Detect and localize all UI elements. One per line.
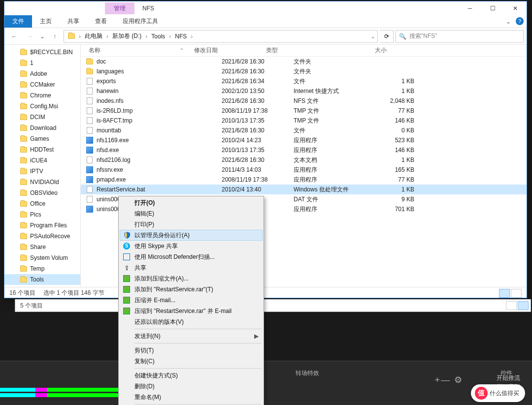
context-menu-item[interactable]: 编辑(E)	[120, 208, 263, 219]
context-menu-item[interactable]: 还原以前的版本(V)	[120, 316, 263, 327]
context-menu-item[interactable]: ⇪共享	[120, 262, 263, 273]
pc-icon[interactable]	[66, 33, 77, 39]
folder-tree[interactable]: $RECYCLE.BIN1AdobeCCMakerChromeConfig.Ms…	[4, 45, 81, 287]
tree-item[interactable]: $RECYCLE.BIN	[4, 47, 80, 58]
bg-add-control[interactable]: +— ⚙	[434, 374, 463, 385]
col-size[interactable]: 大小	[342, 46, 397, 55]
exe-icon	[86, 137, 93, 144]
file-row[interactable]: exports2021/6/28 16:34文件1 KB	[81, 76, 527, 86]
maximize-button[interactable]: ☐	[481, 1, 504, 15]
context-menu-item[interactable]: 剪切(T)	[120, 345, 263, 356]
forward-button[interactable]: →	[23, 30, 37, 43]
tree-item[interactable]: Office	[4, 198, 80, 209]
folder-icon	[86, 59, 93, 64]
view-large-button[interactable]	[518, 301, 529, 310]
context-menu-item[interactable]: 打开(O)	[120, 197, 263, 208]
view-large-button[interactable]	[511, 289, 522, 298]
path-dropdown-icon[interactable]: ⌄	[370, 33, 375, 40]
tab-view[interactable]: 查看	[87, 15, 115, 28]
tree-item[interactable]: PSAutoRecove	[4, 231, 80, 242]
crumb-1[interactable]: 新加卷 (D:)	[110, 32, 143, 40]
folder-icon	[20, 50, 27, 55]
file-menu[interactable]: 文件	[4, 15, 32, 28]
ribbon-collapse-icon[interactable]: ⌄	[506, 18, 511, 25]
context-menu-item[interactable]: 创建快捷方式(S)	[120, 370, 263, 381]
context-menu-item[interactable]: 添加到 "RestartService.rar"(T)	[120, 284, 263, 295]
tree-item[interactable]: Download	[4, 123, 80, 133]
context-menu-item[interactable]: S使用 Skype 共享	[120, 241, 263, 251]
tree-item[interactable]: Tools	[4, 274, 80, 285]
context-menu-item[interactable]: 删除(D)	[120, 381, 263, 392]
file-row[interactable]: hanewin2002/1/20 13:50Internet 快捷方式1 KB	[81, 86, 527, 96]
context-menu[interactable]: 打开(O)编辑(E)打印(P)以管理员身份运行(A)S使用 Skype 共享使用…	[118, 196, 264, 405]
file-row[interactable]: nfsd.exe2010/1/13 17:35应用程序146 KB	[81, 145, 527, 155]
up-button[interactable]: ↑	[48, 30, 62, 43]
tree-item[interactable]: HDDTest	[4, 144, 80, 155]
folder-icon	[20, 223, 27, 228]
view-details-button[interactable]	[499, 289, 510, 298]
context-menu-item[interactable]: 重命名(M)	[120, 392, 263, 403]
tree-item[interactable]: iCUE4	[4, 155, 80, 166]
tree-item[interactable]: Games	[4, 133, 80, 144]
context-menu-item[interactable]: 发送到(N)▶	[120, 331, 263, 342]
file-row[interactable]: nfssrv.exe2011/4/3 14:03应用程序165 KB	[81, 165, 527, 175]
tab-apptools[interactable]: 应用程序工具	[115, 15, 166, 28]
exe-icon	[86, 166, 93, 173]
file-row[interactable]: pmapd.exe2008/11/19 17:38应用程序77 KB	[81, 175, 527, 185]
titlebar[interactable]: 管理 NFS ─ ☐ ✕	[4, 1, 527, 15]
file-row[interactable]: mounttab2021/6/28 16:30文件0 KB	[81, 125, 527, 135]
crumb-0[interactable]: 此电脑	[83, 32, 104, 40]
help-icon[interactable]: ?	[516, 17, 524, 25]
folder-icon	[20, 266, 27, 272]
tab-home[interactable]: 主页	[32, 15, 60, 28]
tab-share[interactable]: 共享	[60, 15, 87, 28]
tree-item[interactable]: System Volum	[4, 252, 80, 263]
refresh-button[interactable]: ⟳	[380, 30, 394, 43]
tree-item[interactable]: Chrome	[4, 90, 80, 101]
column-headers[interactable]: 名称 ⌃ 修改日期 类型 大小	[81, 45, 527, 57]
tree-item[interactable]: 1	[4, 58, 80, 68]
file-row[interactable]: languages2021/6/28 16:30文件夹	[81, 66, 527, 76]
tree-item[interactable]: Pics	[4, 209, 80, 220]
tree-item[interactable]: CCMaker	[4, 79, 80, 90]
context-menu-item[interactable]: 压缩到 "RestartService.rar" 并 E-mail	[120, 306, 263, 316]
chevron-right-icon[interactable]: ›	[79, 33, 81, 40]
col-type[interactable]: 类型	[266, 46, 342, 55]
tree-item[interactable]: Config.Msi	[4, 101, 80, 112]
recent-chevron-icon[interactable]: ⌄	[39, 30, 46, 43]
crumb-2[interactable]: Tools	[149, 33, 167, 40]
context-menu-item[interactable]: 添加到压缩文件(A)...	[120, 273, 263, 284]
file-row[interactable]: doc2021/6/28 16:30文件夹	[81, 57, 527, 66]
ribbon-context-tab[interactable]: 管理	[105, 2, 134, 14]
tree-item[interactable]: DCIM	[4, 112, 80, 123]
folder-icon	[20, 61, 27, 66]
context-menu-item[interactable]: 使用 Microsoft Defender扫描...	[120, 251, 263, 262]
file-row[interactable]: nfs1169.exe2010/2/4 14:23应用程序523 KB	[81, 135, 527, 145]
col-date[interactable]: 修改日期	[194, 46, 266, 55]
view-details-button[interactable]	[506, 301, 517, 310]
tree-item[interactable]: NVIDIAOld	[4, 177, 80, 187]
context-menu-item[interactable]: 以管理员身份运行(A)	[120, 230, 263, 241]
tree-item[interactable]: IPTV	[4, 166, 80, 177]
file-row[interactable]: nfsd2106.log2021/6/28 16:30文本文档1 KB	[81, 155, 527, 165]
tree-item[interactable]: Share	[4, 242, 80, 252]
window-title: NFS	[142, 5, 154, 12]
context-menu-item[interactable]: 打印(P)	[120, 219, 263, 230]
context-menu-item[interactable]: 压缩并 E-mail...	[120, 295, 263, 306]
timeline[interactable]	[0, 386, 118, 400]
minimize-button[interactable]: ─	[459, 1, 481, 15]
file-row[interactable]: is-2R6LD.tmp2008/11/19 17:38TMP 文件77 KB	[81, 106, 527, 116]
close-button[interactable]: ✕	[504, 1, 527, 15]
file-row[interactable]: RestartService.bat2010/2/4 13:40Windows …	[81, 185, 527, 194]
breadcrumb[interactable]: › 此电脑 › 新加卷 (D:) › Tools › NFS › ⌄	[64, 30, 378, 43]
file-row[interactable]: is-8AFCT.tmp2010/1/13 17:35TMP 文件146 KB	[81, 116, 527, 125]
tree-item[interactable]: Adobe	[4, 68, 80, 79]
back-button[interactable]: ←	[7, 30, 21, 43]
tree-item[interactable]: Program Files	[4, 220, 80, 231]
crumb-3[interactable]: NFS	[173, 33, 189, 40]
tree-item[interactable]: OBSVideo	[4, 187, 80, 198]
tree-item[interactable]: Temp	[4, 263, 80, 274]
file-row[interactable]: inodes.nfs2021/6/28 16:30NFS 文件2,048 KB	[81, 96, 527, 106]
context-menu-item[interactable]: 复制(C)	[120, 356, 263, 367]
search-input[interactable]: 🔍 搜索"NFS"	[396, 30, 524, 43]
